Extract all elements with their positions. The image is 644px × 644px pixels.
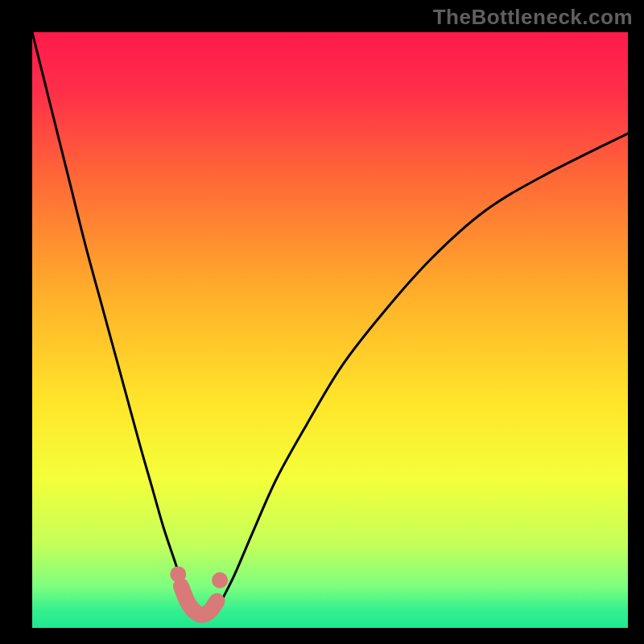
watermark-text: TheBottleneck.com [433,5,633,30]
left-dot [170,566,186,582]
right-dot [212,572,228,588]
chart-svg [32,32,628,628]
plot-area [32,32,628,628]
gradient-background [32,32,628,628]
chart-frame: TheBottleneck.com [0,0,644,644]
